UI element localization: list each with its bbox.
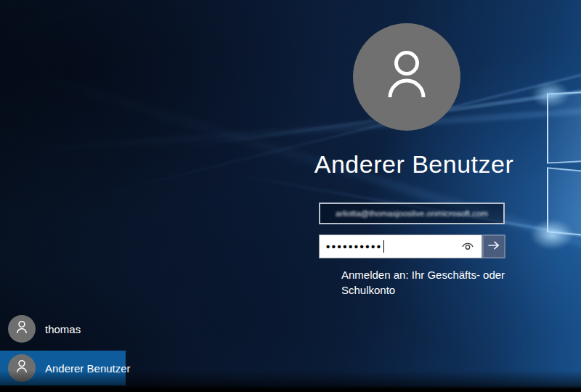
password-mask-dots: ••••••••••: [326, 241, 383, 252]
bottom-edge-shadow: [0, 370, 581, 392]
login-screen: Anderer Benutzer arliotta@thomasjooslive…: [0, 0, 581, 392]
reveal-eye-icon: [460, 240, 475, 253]
reveal-password-button[interactable]: [458, 236, 477, 257]
username-value-obscured: arliotta@thomasjooslive.onmicrosoft.com: [336, 209, 488, 218]
user-name-label: thomas: [45, 323, 81, 335]
caption-line-1: Anmelden an: Ihr Geschäfts- oder: [341, 267, 523, 282]
user-list-item-thomas[interactable]: thomas: [0, 311, 126, 346]
signin-domain-caption: Anmelden an: Ihr Geschäfts- oder Schulko…: [341, 267, 523, 298]
avatar: [353, 23, 460, 131]
page-title: Anderer Benutzer: [196, 150, 581, 179]
person-icon: [370, 39, 443, 115]
avatar: [8, 315, 36, 343]
password-row: ••••••••••: [319, 234, 505, 258]
person-icon: [12, 318, 31, 340]
username-input[interactable]: arliotta@thomasjooslive.onmicrosoft.com: [319, 203, 505, 224]
arrow-right-icon: [487, 240, 501, 253]
password-input[interactable]: ••••••••••: [319, 234, 482, 258]
text-caret: [383, 240, 384, 253]
caption-line-2: Schulkonto: [341, 282, 523, 298]
submit-signin-button[interactable]: [482, 234, 505, 258]
